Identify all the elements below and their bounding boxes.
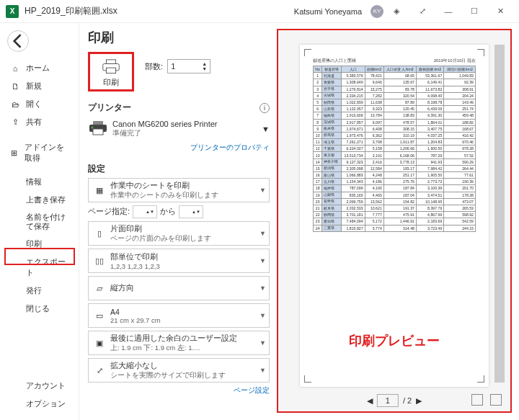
printer-icon (100, 58, 122, 76)
sidebar-close[interactable]: 閉じる (0, 300, 79, 318)
page-total: / 2 (403, 396, 412, 405)
setting-orientation[interactable]: ▱ 縦方向 ▼ (88, 276, 270, 300)
print-button[interactable]: 印刷 (88, 52, 134, 91)
crop-mark (477, 49, 484, 56)
collate-icon: ▯▯ (92, 256, 107, 265)
preview-scrollbar[interactable] (494, 45, 505, 383)
sidebar-home[interactable]: ⌂ホーム (0, 59, 79, 77)
chevron-down-icon: ▼ (260, 187, 266, 194)
sidebar-save-as[interactable]: 名前を付けて保存 (0, 209, 79, 235)
svg-rect-5 (93, 129, 103, 135)
crop-mark (304, 375, 311, 383)
printer-properties-link[interactable]: プリンターのプロパティ (88, 143, 270, 153)
sidebar-addins[interactable]: ⊞アドインを取得 (0, 138, 79, 167)
excel-app-icon: X (6, 5, 19, 18)
portrait-icon: ▱ (92, 284, 107, 292)
sidebar-open[interactable]: 🗁開く (0, 95, 79, 113)
prev-page-button[interactable]: ◀ (367, 396, 373, 406)
setting-margins[interactable]: ▣ 最後に適用した余白のユーザー設定上: 1.9 cm 下: 1.9 cm 左:… (88, 331, 270, 355)
new-icon: 🗋 (10, 82, 20, 91)
crop-mark (304, 49, 311, 56)
sheet-icon: ▦ (92, 186, 107, 195)
crop-mark (477, 375, 484, 383)
margins-icon: ▣ (92, 339, 107, 347)
setting-collate[interactable]: ▯▯ 部単位で印刷1,2,3 1,2,3 1,2,3 ▼ (88, 249, 270, 273)
back-button[interactable] (7, 30, 29, 52)
sidebar-options[interactable]: オプション (0, 395, 79, 413)
addins-icon: ⊞ (10, 148, 19, 158)
next-page-button[interactable]: ▶ (416, 396, 422, 406)
print-preview-area: 都道府県の人口と面積 2019年10月10日 現在 No都道府県人口面積km2人… (277, 29, 512, 413)
setting-paper-size[interactable]: ▭ A421 cm x 29.7 cm ▼ (88, 303, 270, 328)
spinner-icon[interactable]: ▲▼ (202, 61, 207, 71)
close-window-button[interactable]: ✕ (487, 1, 513, 22)
sidebar-save[interactable]: 上書き保存 (0, 191, 79, 209)
title-bar: X HP_2019_印刷範囲.xlsx Katsumi Yoneyama KY … (0, 0, 519, 23)
preview-pager: ◀ 1 / 2 ▶ (367, 394, 422, 407)
share-icon: ⇪ (10, 117, 20, 127)
paper-icon: ▭ (92, 311, 107, 320)
sidebar-new[interactable]: 🗋新規 (0, 77, 79, 95)
filename: HP_2019_印刷範囲.xlsx (25, 5, 117, 17)
page-to-input[interactable]: ▲▼ (179, 205, 203, 218)
page-setup-link[interactable]: ページ設定 (88, 385, 270, 396)
sidebar-share[interactable]: ⇪共有 (0, 113, 79, 131)
show-margins-button[interactable] (471, 394, 483, 406)
printer-status: 準備完了 (112, 128, 262, 138)
setting-sides[interactable]: ▯ 片面印刷ページの片面のみを印刷します ▼ (88, 221, 270, 246)
backstage-sidebar: ⌂ホーム 🗋新規 🗁開く ⇪共有 ⊞アドインを取得 情報 上書き保存 名前を付け… (0, 23, 79, 420)
svg-rect-4 (93, 121, 103, 125)
copies-label: 部数: (145, 61, 163, 72)
maximize-button[interactable]: ☐ (461, 1, 487, 22)
preview-overlay-label: 印刷プレビュー (349, 332, 440, 349)
sidebar-publish[interactable]: 発行 (0, 282, 79, 300)
svg-point-6 (92, 127, 94, 129)
zoom-to-page-button[interactable] (490, 394, 502, 406)
page-range-row: ページ指定: ▲▼ から ▲▼ (88, 205, 270, 218)
info-icon[interactable]: i (260, 103, 270, 113)
settings-section-heading: 設定 (88, 163, 270, 175)
ribbon-options-icon[interactable]: ⤢ (409, 1, 435, 22)
page-title: 印刷 (88, 29, 270, 46)
username[interactable]: Katsumi Yoneyama (294, 7, 362, 16)
sidebar-info[interactable]: 情報 (0, 173, 79, 191)
setting-print-scope[interactable]: ▦ 作業中のシートを印刷作業中のシートのみを印刷します ▼ (88, 178, 270, 202)
premium-icon[interactable]: ◈ (383, 1, 409, 22)
chevron-down-icon: ▼ (262, 125, 270, 133)
svg-rect-2 (106, 68, 115, 73)
page-range-label: ページ指定: (88, 207, 130, 217)
printer-device-icon (88, 120, 108, 138)
printer-name: Canon MG6200 series Printer (112, 120, 262, 128)
printer-section-heading: プリンターi (88, 102, 270, 114)
sidebar-account[interactable]: アカウント (0, 377, 79, 395)
copies-field: 部数: 1▲▼ (145, 59, 210, 73)
user-avatar[interactable]: KY (371, 5, 383, 18)
print-settings-panel: 印刷 印刷 部数: 1▲▼ プリンターi Canon MG6200 series… (79, 23, 274, 420)
open-icon: 🗁 (10, 100, 20, 109)
page-from-input[interactable]: ▲▼ (133, 205, 157, 218)
scale-icon: ⤢ (92, 366, 107, 375)
minimize-button[interactable]: — (435, 1, 461, 22)
page-number-input[interactable]: 1 (377, 394, 399, 407)
printer-selector[interactable]: Canon MG6200 series Printer 準備完了 ▼ (88, 117, 270, 141)
copies-input[interactable]: 1▲▼ (167, 59, 210, 73)
print-highlight-frame (4, 248, 75, 265)
home-icon: ⌂ (10, 64, 20, 73)
one-side-icon: ▯ (92, 229, 107, 238)
setting-scaling[interactable]: ⤢ 拡大縮小なしシートを実際のサイズで印刷します ▼ (88, 358, 270, 383)
svg-rect-1 (106, 60, 115, 64)
